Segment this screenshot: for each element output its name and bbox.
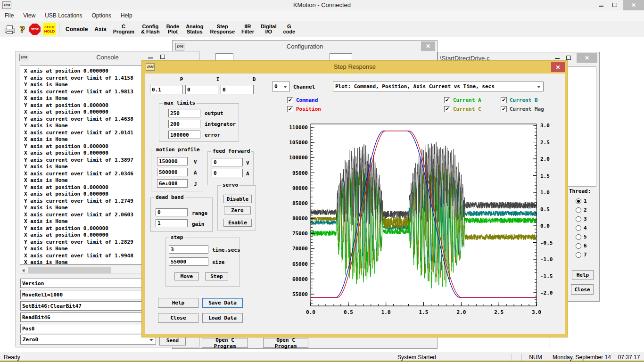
toolbar-button-step-response[interactable]: Step Response [206,24,238,34]
scrollbar-thumb[interactable] [28,267,111,273]
menu-item-options[interactable]: Options [87,10,116,21]
load-data-button[interactable]: Load Data [202,313,243,323]
feed-hold-icon[interactable]: FEED HOLD [43,23,56,35]
field-label: A [194,170,197,176]
toolbar-button-iir-filter[interactable]: IIR Filter [238,24,257,34]
svg-text:55000: 55000 [292,291,308,297]
open-c-program-button[interactable]: Open C Program [202,338,248,348]
console-command-input[interactable] [20,279,156,288]
svg-text:2.5: 2.5 [494,309,504,315]
toolbar-button-console[interactable]: Console [62,27,91,32]
i-gain-field[interactable] [185,85,218,94]
close-icon[interactable]: ✕ [623,0,644,10]
thread-radio-6[interactable]: 6 [576,241,587,250]
toolbar-button-config-flash[interactable]: Config & Flash [138,24,163,34]
servo-enable-button[interactable]: Enable [223,219,252,227]
velocity-field[interactable] [157,157,188,165]
svg-text:3.0: 3.0 [532,309,541,315]
step-button[interactable]: Step [205,272,228,280]
move-button[interactable]: Move [174,272,199,280]
console-command-input[interactable] [20,290,156,299]
d-label: D [238,76,271,82]
thread-radio-3[interactable]: 3 [576,214,587,223]
save-data-button[interactable]: Save Data [202,298,243,308]
toolbar-button-c-program[interactable]: C Program [110,24,138,34]
thread-radio-2[interactable]: 2 [576,206,587,214]
svg-text:1.0: 1.0 [540,189,550,196]
editor-help-button[interactable]: Help [572,270,594,280]
toolbar-button-bode-plot[interactable]: Bode Plot [163,24,183,34]
current-b-checkbox[interactable]: ✔Current B [501,97,538,103]
console-command-combobox[interactable]: Zero0 [20,335,156,345]
ff-acceleration-field[interactable] [212,169,243,177]
console-command-input[interactable] [20,301,156,311]
close-icon[interactable]: ✕ [551,62,565,72]
thread-label: Thread: [569,188,591,194]
minimize-icon[interactable] [148,58,153,58]
help-icon[interactable]: ? [20,25,25,34]
svg-text:75000: 75000 [292,230,308,237]
menu-item-help[interactable]: Help [116,10,137,21]
acceleration-field[interactable] [157,168,188,176]
current-c-checkbox[interactable]: ✔Current C [444,106,481,112]
console-command-input[interactable] [20,324,156,333]
open-c-program-button[interactable]: Open C Program [263,338,308,348]
current-a-checkbox[interactable]: ✔Current A [444,97,481,103]
jerk-field[interactable] [157,179,188,188]
step-group: step time,secs size Move Step [165,238,240,287]
maximize-icon[interactable] [612,3,617,7]
step-size-field[interactable] [169,257,208,266]
channel-combobox[interactable]: 0 [272,82,290,91]
radio-icon [576,216,581,222]
thread-radio-5[interactable]: 5 [576,232,587,241]
current-mag-checkbox[interactable]: ✔Current Mag [501,106,544,112]
scroll-left-icon[interactable] [22,269,25,272]
close-button[interactable]: Close [158,313,198,323]
toolbar-button-g-code[interactable]: G code [280,24,299,34]
p-gain-field[interactable] [150,85,183,94]
toolbar-button-digital-i-o[interactable]: Digital I/O [257,24,280,34]
maximize-icon[interactable] [160,55,165,59]
d-gain-field[interactable] [221,85,254,94]
maximize-icon[interactable] [566,56,571,60]
dead-band-gain-field[interactable] [156,219,188,227]
editor-close-button[interactable]: Close [571,284,594,295]
print-icon[interactable] [5,25,14,33]
close-icon[interactable]: ✕ [577,53,597,63]
max-output-field[interactable] [168,109,200,117]
dead-band-range-field[interactable] [156,208,188,216]
thread-radio-4[interactable]: 4 [576,223,587,232]
menu-item-view[interactable]: View [18,10,40,21]
thread-radio-1[interactable]: 1 [576,197,587,206]
max-integrator-field[interactable] [168,120,200,128]
menu-item-file[interactable]: File [0,10,18,21]
svg-text:-0.5: -0.5 [540,240,553,246]
stop-icon[interactable]: STOP [29,24,41,35]
svg-text:60000: 60000 [292,276,308,282]
step-time-field[interactable] [169,245,208,254]
toolbar-button-axis[interactable]: Axis [91,27,109,32]
console-command-input[interactable] [20,313,156,322]
i-label: I [201,76,234,82]
command-checkbox[interactable]: ✔Command [287,97,318,103]
svg-text:70000: 70000 [292,246,308,252]
toolbar-button-analog-status[interactable]: Analog Status [182,24,206,34]
minimize-icon[interactable] [555,58,560,59]
thread-radio-7[interactable]: 7 [576,250,587,259]
thread-radio-label: 2 [584,207,587,213]
position-checkbox[interactable]: ✔Position [287,106,321,112]
svg-text:0.5: 0.5 [344,309,353,315]
ff-velocity-field[interactable] [212,158,243,166]
max-error-field[interactable] [168,131,200,139]
servo-zero-button[interactable]: Zero [224,206,251,214]
svg-text:0.0: 0.0 [540,223,550,229]
menu-item-usb-locations[interactable]: USB Locations [40,10,87,21]
help-button[interactable]: Help [158,298,198,308]
minimize-icon[interactable] [599,6,603,7]
plot-mode-combobox[interactable]: Plot: Command, Position, Axis Current vs… [333,82,544,91]
close-icon[interactable]: ✕ [421,41,435,51]
combobox-value: Plot: Command, Position, Axis Current vs… [335,83,495,90]
servo-disable-button[interactable]: Disable [223,195,252,203]
checkbox-mark: ✔ [444,97,450,103]
svg-text:1.0: 1.0 [381,309,391,315]
